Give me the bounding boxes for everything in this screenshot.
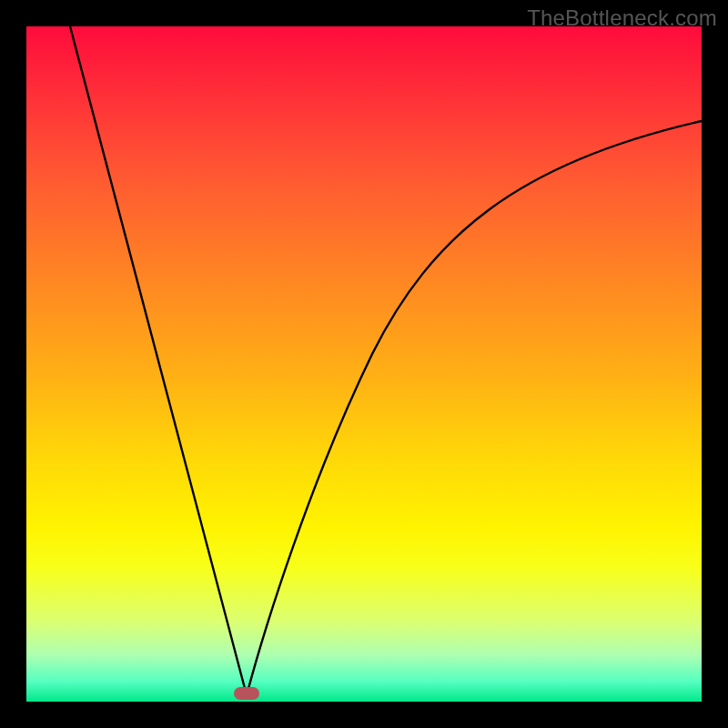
curve-path xyxy=(70,26,702,695)
chart-frame: TheBottleneck.com xyxy=(0,0,728,728)
watermark-text: TheBottleneck.com xyxy=(527,5,717,31)
minimum-marker xyxy=(234,687,259,700)
bottleneck-curve xyxy=(26,26,702,702)
chart-plot-area xyxy=(26,26,702,702)
